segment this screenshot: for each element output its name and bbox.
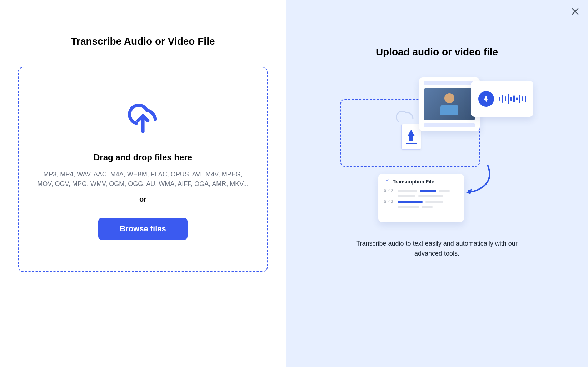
waveform-icon: [499, 94, 526, 104]
microphone-icon: [478, 91, 494, 107]
timestamp: 01:13: [384, 200, 395, 204]
info-description: Transcribe audio to text easily and auto…: [344, 239, 530, 259]
file-drop-zone[interactable]: Drag and drop files here MP3, MP4, WAV, …: [18, 67, 268, 272]
upload-panel: Transcribe Audio or Video File Drag and …: [0, 0, 286, 367]
info-panel: Upload audio or video file: [286, 0, 588, 367]
or-divider: or: [139, 195, 146, 203]
close-button[interactable]: [570, 6, 580, 16]
upload-illustration: Transcription File 01:12 01:13: [340, 77, 533, 227]
sparkle-icon: [384, 179, 390, 185]
supported-formats: MP3, MP4, WAV, AAC, M4A, WEBM, FLAC, OPU…: [36, 170, 249, 189]
video-thumbnail: [424, 88, 475, 120]
arrow-curve-icon: [465, 165, 494, 202]
transcription-card-title: Transcription File: [393, 179, 434, 185]
drop-zone-title: Drag and drop files here: [94, 152, 192, 162]
upload-document-icon: [401, 124, 421, 150]
cloud-outline-icon: [392, 107, 417, 125]
transcription-file-card: Transcription File 01:12 01:13: [378, 174, 464, 222]
page-title: Transcribe Audio or Video File: [71, 36, 215, 47]
browse-files-button[interactable]: Browse files: [98, 218, 188, 240]
audio-preview-card: [471, 81, 533, 117]
svg-rect-3: [485, 96, 487, 100]
cloud-upload-icon: [123, 99, 163, 135]
timestamp: 01:12: [384, 189, 395, 193]
close-icon: [570, 6, 580, 16]
info-title: Upload audio or video file: [376, 46, 498, 58]
svg-point-6: [388, 180, 389, 180]
svg-marker-5: [466, 188, 472, 194]
